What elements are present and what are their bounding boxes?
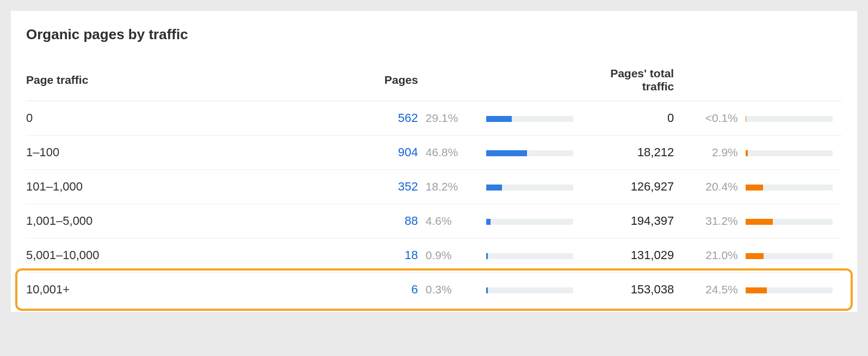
traffic-value: 0 <box>667 111 674 125</box>
traffic-bar-fill <box>746 219 773 225</box>
traffic-bar-fill <box>746 150 748 156</box>
pages-percent: 46.8% <box>426 146 458 158</box>
table-row[interactable]: 101–1,00035218.2%126,92720.4% <box>26 170 842 204</box>
table-row[interactable]: 10,001+60.3%153,03824.5% <box>26 273 842 307</box>
range-label: 101–1,000 <box>26 180 83 193</box>
traffic-bar-fill <box>746 185 764 191</box>
pages-bar-fill <box>486 185 502 191</box>
range-label: 10,001+ <box>26 283 70 296</box>
traffic-percent: 21.0% <box>705 249 738 261</box>
range-label: 0 <box>26 111 33 125</box>
pages-bar <box>486 287 573 293</box>
traffic-bar <box>746 150 833 156</box>
pages-bar-fill <box>486 219 490 225</box>
traffic-bar <box>746 219 833 225</box>
table-row[interactable]: 5,001–10,000180.9%131,02921.0% <box>26 238 842 273</box>
pages-bar <box>486 219 573 225</box>
pages-count-link[interactable]: 352 <box>398 180 418 193</box>
header-traffic[interactable]: Pages' total traffic <box>578 59 674 101</box>
table-header-row: Page traffic Pages Pages' total traffic <box>26 59 842 101</box>
traffic-bar-fill <box>746 253 764 259</box>
traffic-bar <box>746 185 833 191</box>
pages-count-link[interactable]: 6 <box>411 283 418 296</box>
table-row[interactable]: 056229.1%0<0.1% <box>26 101 842 136</box>
pages-percent: 4.6% <box>426 214 452 227</box>
pages-count-link[interactable]: 88 <box>405 214 418 228</box>
range-label: 1,001–5,000 <box>26 214 92 228</box>
pages-count-link[interactable]: 904 <box>398 145 418 159</box>
pages-count-link[interactable]: 562 <box>398 111 418 125</box>
traffic-value: 18,212 <box>637 145 674 159</box>
traffic-value: 194,397 <box>631 214 674 228</box>
table-row[interactable]: 1,001–5,000884.6%194,39731.2% <box>26 204 842 238</box>
traffic-bar <box>746 287 833 293</box>
pages-bar <box>486 185 573 191</box>
header-pages[interactable]: Pages <box>330 59 418 101</box>
traffic-value: 126,927 <box>631 180 674 193</box>
pages-bar-fill <box>486 253 488 259</box>
traffic-bar-fill <box>746 287 767 293</box>
pages-bar-fill <box>486 150 527 156</box>
traffic-percent: 31.2% <box>705 214 738 227</box>
pages-percent: 0.3% <box>426 283 452 296</box>
traffic-percent: 24.5% <box>705 283 738 296</box>
organic-pages-table: Page traffic Pages Pages' total traffic … <box>26 59 842 306</box>
traffic-bar <box>746 116 833 122</box>
range-label: 5,001–10,000 <box>26 248 100 262</box>
table-row[interactable]: 1–10090446.8%18,2122.9% <box>26 136 842 170</box>
pages-bar-fill <box>486 116 512 122</box>
header-page-traffic[interactable]: Page traffic <box>26 59 330 101</box>
pages-bar <box>486 253 573 259</box>
pages-percent: 18.2% <box>426 180 458 193</box>
pages-bar <box>486 116 573 122</box>
traffic-percent: 20.4% <box>705 180 738 193</box>
traffic-bar <box>746 253 833 259</box>
organic-pages-panel: Organic pages by traffic Page traffic Pa… <box>11 11 857 312</box>
pages-bar-fill <box>486 287 488 293</box>
pages-percent: 0.9% <box>426 249 452 261</box>
pages-count-link[interactable]: 18 <box>405 248 418 262</box>
traffic-value: 131,029 <box>631 248 674 262</box>
panel-title: Organic pages by traffic <box>26 26 842 43</box>
traffic-value: 153,038 <box>631 283 674 296</box>
range-label: 1–100 <box>26 145 59 159</box>
pages-bar <box>486 150 573 156</box>
pages-percent: 29.1% <box>426 112 458 124</box>
traffic-bar-fill <box>746 116 746 122</box>
traffic-percent: <0.1% <box>705 112 738 124</box>
traffic-percent: 2.9% <box>712 146 738 158</box>
